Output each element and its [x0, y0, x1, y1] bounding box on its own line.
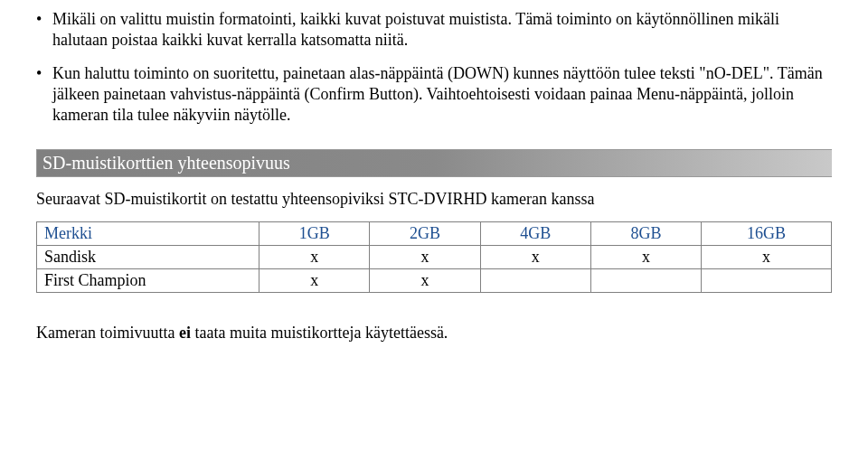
bullet-item: • Mikäli on valittu muistin formatointi,…	[36, 9, 832, 51]
bullet-item: • Kun haluttu toiminto on suoritettu, pa…	[36, 63, 832, 126]
footer-bold: ei	[179, 324, 191, 342]
td-cell: x	[590, 246, 701, 269]
th-16gb: 16GB	[702, 222, 832, 246]
td-cell: x	[259, 246, 370, 269]
table-header-row: Merkki 1GB 2GB 4GB 8GB 16GB	[37, 222, 832, 246]
td-brand: First Champion	[37, 269, 259, 293]
footer-note: Kameran toimivuutta ei taata muita muist…	[36, 324, 832, 343]
td-brand: Sandisk	[37, 246, 259, 269]
th-4gb: 4GB	[480, 222, 590, 246]
td-cell: x	[370, 246, 480, 269]
td-cell	[590, 269, 701, 293]
footer-pre: Kameran toimivuutta	[36, 324, 179, 342]
section-title: SD-muistikorttien yhteensopivuus	[36, 149, 832, 177]
th-2gb: 2GB	[370, 222, 480, 246]
td-cell: x	[259, 269, 370, 293]
th-brand: Merkki	[37, 222, 259, 246]
td-cell: x	[370, 269, 480, 293]
compatibility-table: Merkki 1GB 2GB 4GB 8GB 16GB Sandisk x x …	[36, 221, 832, 293]
td-cell	[480, 269, 590, 293]
th-8gb: 8GB	[590, 222, 701, 246]
td-cell: x	[702, 246, 832, 269]
footer-post: taata muita muistikortteja käytettäessä.	[191, 324, 448, 342]
bullet-dot: •	[36, 9, 52, 51]
bullet-text: Mikäli on valittu muistin formatointi, k…	[52, 9, 832, 51]
bullet-text: Kun haluttu toiminto on suoritettu, pain…	[52, 63, 832, 126]
td-cell	[702, 269, 832, 293]
table-row: First Champion x x	[37, 269, 832, 293]
td-cell: x	[480, 246, 590, 269]
section-intro: Seuraavat SD-muistikortit on testattu yh…	[36, 190, 832, 209]
table-row: Sandisk x x x x x	[37, 246, 832, 269]
bullet-dot: •	[36, 63, 52, 126]
th-1gb: 1GB	[259, 222, 370, 246]
